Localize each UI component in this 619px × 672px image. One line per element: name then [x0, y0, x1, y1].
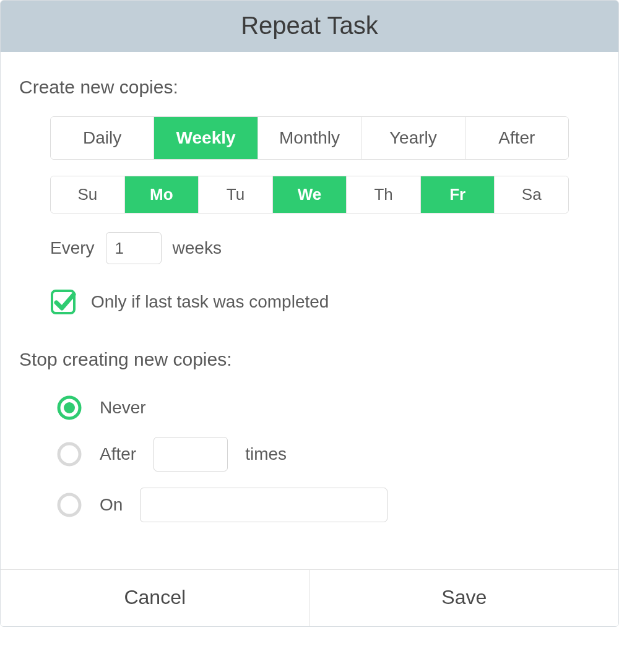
- repeat-task-dialog: Repeat Task Create new copies: DailyWeek…: [0, 0, 619, 627]
- day-option-we[interactable]: We: [273, 176, 347, 213]
- stop-option-never[interactable]: Never: [56, 395, 600, 421]
- day-option-fr[interactable]: Fr: [421, 176, 495, 213]
- stop-section: Stop creating new copies: Never: [19, 349, 600, 522]
- never-label: Never: [100, 398, 146, 418]
- dialog-title: Repeat Task: [1, 1, 618, 52]
- svg-point-2: [64, 402, 75, 413]
- radio-unselected-icon[interactable]: [56, 492, 82, 518]
- create-section: DailyWeeklyMonthlyYearlyAfter SuMoTuWeTh…: [19, 116, 600, 315]
- frequency-option-yearly[interactable]: Yearly: [361, 117, 465, 159]
- day-option-tu[interactable]: Tu: [199, 176, 273, 213]
- day-segmented: SuMoTuWeThFrSa: [50, 176, 569, 213]
- stop-options: Never After times: [19, 389, 600, 522]
- radio-selected-icon[interactable]: [56, 395, 82, 421]
- day-option-mo[interactable]: Mo: [125, 176, 199, 213]
- frequency-segmented: DailyWeeklyMonthlyYearlyAfter: [50, 116, 569, 160]
- svg-point-3: [59, 444, 80, 465]
- after-prefix: After: [100, 444, 136, 464]
- stop-option-after[interactable]: After times: [56, 437, 600, 472]
- svg-point-4: [59, 494, 80, 515]
- on-date-input[interactable]: [140, 488, 387, 522]
- every-prefix: Every: [50, 238, 95, 258]
- every-suffix: weeks: [173, 238, 222, 258]
- frequency-option-after[interactable]: After: [465, 117, 568, 159]
- stop-option-on[interactable]: On: [56, 488, 600, 522]
- checkbox-checked-icon[interactable]: [50, 289, 76, 315]
- frequency-option-monthly[interactable]: Monthly: [258, 117, 361, 159]
- every-weeks-input[interactable]: [106, 232, 162, 264]
- day-option-th[interactable]: Th: [347, 176, 421, 213]
- frequency-option-daily[interactable]: Daily: [51, 117, 154, 159]
- dialog-body: Create new copies: DailyWeeklyMonthlyYea…: [1, 52, 618, 569]
- stop-label: Stop creating new copies:: [19, 349, 600, 370]
- day-option-su[interactable]: Su: [51, 176, 125, 213]
- every-row: Every weeks: [50, 232, 569, 264]
- day-option-sa[interactable]: Sa: [495, 176, 568, 213]
- only-if-row[interactable]: Only if last task was completed: [50, 289, 569, 315]
- dialog-footer: Cancel Save: [1, 569, 618, 626]
- frequency-option-weekly[interactable]: Weekly: [154, 117, 258, 159]
- after-suffix: times: [245, 444, 287, 464]
- cancel-button[interactable]: Cancel: [1, 570, 310, 626]
- only-if-label: Only if last task was completed: [91, 292, 329, 312]
- after-times-input[interactable]: [154, 437, 228, 472]
- save-button[interactable]: Save: [310, 570, 619, 626]
- create-copies-label: Create new copies:: [19, 77, 600, 98]
- radio-unselected-icon[interactable]: [56, 441, 82, 467]
- on-label: On: [100, 495, 123, 515]
